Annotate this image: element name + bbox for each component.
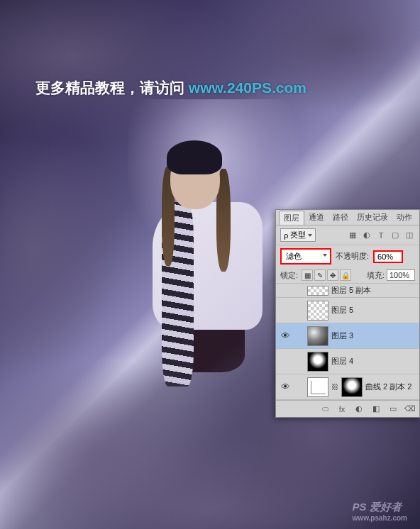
layer-thumb bbox=[307, 352, 328, 372]
type-filter-row: ρ 类型 ▦ ◐ T ▢ ◫ bbox=[276, 225, 419, 245]
fill-label: 填充: bbox=[367, 270, 385, 281]
lock-icons: ▦ ✎ ✥ 🔒 bbox=[302, 269, 351, 281]
lock-transparency-icon[interactable]: ▦ bbox=[302, 269, 313, 281]
tab-layers[interactable]: 图层 bbox=[279, 211, 304, 225]
watermark-logo: PS 爱好者 bbox=[353, 501, 402, 513]
adjustment-layer-icon[interactable]: ◧ bbox=[370, 403, 382, 415]
lock-position-icon[interactable]: ✥ bbox=[327, 269, 338, 281]
panel-tabs: 图层 通道 路径 历史记录 动作 bbox=[276, 210, 419, 225]
filter-adjust-icon[interactable]: ◐ bbox=[361, 230, 372, 241]
layer-name[interactable]: 图层 4 bbox=[331, 356, 353, 367]
tab-actions[interactable]: 动作 bbox=[392, 211, 416, 224]
new-layer-icon[interactable]: ▭ bbox=[387, 403, 399, 415]
visibility-toggle[interactable] bbox=[279, 355, 292, 368]
layer-row[interactable]: 👁 ⛓ 曲线 2 副本 2 bbox=[276, 374, 419, 400]
filter-pixel-icon[interactable]: ▦ bbox=[347, 230, 358, 241]
lock-row: 锁定: ▦ ✎ ✥ 🔒 填充: 100% bbox=[276, 267, 419, 284]
layer-name[interactable]: 曲线 2 副本 2 bbox=[365, 382, 411, 392]
banner-url: www.240PS.com bbox=[189, 79, 306, 96]
visibility-toggle[interactable]: 👁 bbox=[279, 330, 292, 343]
layer-name[interactable]: 图层 5 bbox=[331, 305, 353, 316]
layer-thumb bbox=[307, 326, 328, 346]
layer-mask-thumb bbox=[341, 377, 363, 397]
chevron-down-icon bbox=[308, 234, 312, 237]
visibility-toggle[interactable] bbox=[279, 304, 292, 317]
layer-thumb bbox=[307, 286, 328, 296]
layer-row-partial[interactable]: 图层 5 副本 bbox=[276, 284, 419, 298]
layer-row-selected[interactable]: 👁 图层 3 bbox=[276, 323, 419, 349]
filter-smart-icon[interactable]: ◫ bbox=[404, 230, 415, 241]
layer-row[interactable]: 图层 5 bbox=[276, 298, 419, 323]
layer-thumb bbox=[307, 301, 328, 321]
opacity-input[interactable]: 60% bbox=[373, 250, 403, 263]
banner-text: 更多精品教程，请访问 bbox=[35, 79, 189, 96]
filter-shape-icon[interactable]: ▢ bbox=[389, 230, 401, 241]
blend-mode-select[interactable]: 滤色 bbox=[280, 248, 331, 264]
layer-thumb-curve bbox=[307, 377, 328, 397]
layers-list: 图层 5 副本 图层 5 👁 图层 3 图层 4 👁 ⛓ 曲线 2 副本 2 bbox=[276, 284, 419, 400]
watermark: PS 爱好者 www.psahz.com bbox=[353, 501, 407, 522]
search-icon: ρ bbox=[284, 231, 288, 240]
lock-label: 锁定: bbox=[280, 270, 298, 281]
visibility-toggle[interactable]: 👁 bbox=[279, 381, 292, 394]
lock-all-icon[interactable]: 🔒 bbox=[340, 269, 351, 281]
filter-icons: ▦ ◐ T ▢ ◫ bbox=[347, 230, 415, 241]
tab-paths[interactable]: 路径 bbox=[328, 211, 353, 224]
type-filter-select[interactable]: ρ 类型 bbox=[280, 228, 316, 242]
tab-history[interactable]: 历史记录 bbox=[353, 211, 392, 224]
layer-name[interactable]: 图层 3 bbox=[331, 330, 353, 341]
visibility-toggle[interactable] bbox=[279, 284, 292, 297]
filter-text-icon[interactable]: T bbox=[375, 230, 387, 241]
tutorial-banner: 更多精品教程，请访问 www.240PS.com bbox=[35, 78, 306, 98]
layers-panel: 图层 通道 路径 历史记录 动作 ρ 类型 ▦ ◐ T ▢ ◫ 滤色 不透明度:… bbox=[275, 209, 420, 418]
layer-row[interactable]: 图层 4 bbox=[276, 349, 419, 374]
tab-channels[interactable]: 通道 bbox=[304, 211, 328, 224]
blend-opacity-row: 滤色 不透明度: 60% bbox=[276, 245, 419, 267]
type-filter-label: 类型 bbox=[290, 230, 306, 240]
fill-input[interactable]: 100% bbox=[387, 269, 415, 281]
link-layers-icon[interactable]: ⬭ bbox=[319, 403, 331, 415]
layer-name[interactable]: 图层 5 副本 bbox=[331, 285, 371, 296]
lock-pixels-icon[interactable]: ✎ bbox=[314, 269, 326, 281]
opacity-label: 不透明度: bbox=[336, 251, 369, 262]
delete-layer-icon[interactable]: ⌫ bbox=[404, 403, 416, 415]
watermark-url: www.psahz.com bbox=[353, 514, 407, 522]
layer-mask-icon[interactable]: ◐ bbox=[353, 403, 365, 415]
link-icon: ⛓ bbox=[331, 383, 338, 391]
layer-fx-icon[interactable]: fx bbox=[336, 403, 348, 415]
panel-footer: ⬭ fx ◐ ◧ ▭ ⌫ bbox=[276, 400, 419, 417]
